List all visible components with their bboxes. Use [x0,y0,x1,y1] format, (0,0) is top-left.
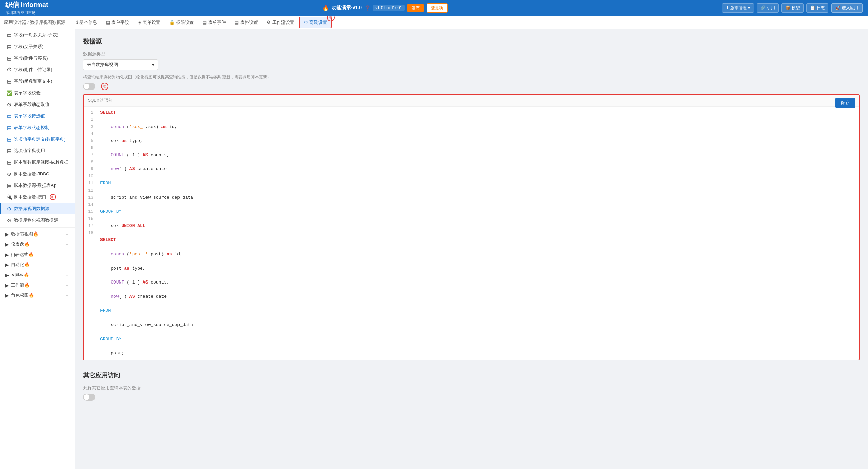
sidebar-item-state-control[interactable]: ▤ 表单字段状态控制 [0,122,75,133]
info-icon: ℹ [76,20,78,25]
table-icon: ▤ [6,136,12,142]
events-icon: ▤ [203,20,207,25]
sidebar-item-jdbc[interactable]: ⊙ 脚本数据源-JDBC [0,168,75,180]
plus-icon[interactable]: ＋ [65,262,69,268]
plus-icon[interactable]: ＋ [65,252,69,257]
tab-workflow-settings[interactable]: ⚙ 工作流设置 [263,17,298,28]
table-icon: ▤ [6,79,12,84]
table-icon: ▤ [235,20,239,25]
top-bar: 织信 Informat 深圳基石应用市场 🔥 功能演示-v1.0 ❓ v1.0 … [0,0,868,16]
sidebar-item-field-validate[interactable]: ✅ 表单字段校验 [0,87,75,99]
chevron-right-icon: ▶ [5,242,9,247]
other-toggle-row [83,394,860,401]
sidebar-group-data-view[interactable]: ▶ 数据表视图🔥 ＋ [0,229,75,239]
toggle-row: ③ [83,83,860,90]
table-icon: ▤ [6,113,12,119]
sidebar-item-attachment-sign[interactable]: ▤ 字段(附件与签名) [0,52,75,64]
chevron-right-icon: ▶ [5,262,9,268]
circle-icon: ⊙ [6,171,12,177]
sidebar-group-workflow[interactable]: ▶ 工作流🔥 ＋ [0,280,75,290]
help-icon[interactable]: ❓ [365,5,370,11]
other-section: 其它应用访问 允许其它应用查询本表的数据 [83,371,860,401]
table-icon: ▤ [6,55,12,61]
sidebar-item-dict-use[interactable]: ▤ 选项值字典使用 [0,145,75,157]
clock-icon: ⏱ [6,67,12,72]
top-bar-center: 🔥 功能演示-v1.0 ❓ v1.0 build1001 发布 变更项 [322,3,448,13]
logo-text: 织信 Informat [5,0,48,10]
circle-icon: ⊙ [6,217,12,223]
tab-form-events[interactable]: ▤ 表单事件 [199,17,230,28]
table-icon: ▤ [6,44,12,49]
sidebar-item-func-richtext[interactable]: ▤ 字段(函数和富文本) [0,76,75,87]
publish-button[interactable]: 发布 [407,4,424,12]
app-title: 功能演示-v1.0 [332,5,362,11]
tab-basic-info[interactable]: ℹ 基本信息 [72,17,101,28]
sidebar-item-parent-child[interactable]: ▤ 字段(父子关系) [0,41,75,52]
chevron-right-icon: ▶ [5,232,9,237]
plug-icon: 🔌 [6,194,12,200]
chevron-right-icon: ▶ [5,252,9,257]
model-button[interactable]: 📦 模型 [781,3,804,13]
circle-icon: ⊙ [6,206,12,211]
chevron-right-icon: ▶ [5,293,9,298]
workflow-icon: ⚙ [267,20,271,25]
sidebar-group-script[interactable]: ▶ ✕脚本🔥 ＋ [0,270,75,280]
sidebar-item-script-dep[interactable]: ▤ 脚本和数据库视图-依赖数据 [0,157,75,168]
other-toggle[interactable] [83,394,95,401]
other-hint: 允许其它应用查询本表的数据 [83,385,860,391]
lock-icon: 🔒 [169,20,175,25]
plus-icon[interactable]: ＋ [65,273,69,278]
sidebar-item-materialized-view[interactable]: ⊙ 数据库物化视图数据源 [0,214,75,226]
sidebar-group-automation[interactable]: ▶ 自动化🔥 ＋ [0,260,75,270]
main-content: 数据源 数据源类型 来自数据库视图 ▾ 将查询结果存储为物化视图（物化视图可以提… [75,29,868,469]
breadcrumb: 应用设计器 / 数据库视图数据源 [4,19,65,26]
tab-permissions[interactable]: 🔒 权限设置 [165,17,198,28]
secondary-nav: 应用设计器 / 数据库视图数据源 ℹ 基本信息 ▤ 表单字段 ◈ 表单设置 🔒 … [0,16,868,29]
table-icon: ▤ [6,148,12,153]
version-manage-button[interactable]: ⬆ 版本管理 ▾ [722,3,754,13]
sidebar-group-expression[interactable]: ▶ { }表达式🔥 ＋ [0,249,75,260]
sidebar-item-interface[interactable]: 🔌 脚本数据源-接口 ① [0,191,75,203]
annotation-3: ③ [101,83,108,90]
top-bar-right: ⬆ 版本管理 ▾ 🔗 引用 📦 模型 📋 日志 🚀 进入应用 [722,3,863,13]
sql-editor-container: SQL查询语句 保存 12345 678910 1112131415 16171… [83,94,860,360]
check-icon: ✅ [6,90,12,96]
sidebar-item-one-to-many[interactable]: ▤ 字段(一对多关系-子表) [0,29,75,41]
sidebar-item-pending-value[interactable]: ▤ 表单字段待选值 [0,110,75,122]
sidebar-group-dashboard[interactable]: ▶ 仪表盘🔥 ＋ [0,239,75,249]
tab-table-settings[interactable]: ▤ 表格设置 [231,17,262,28]
sidebar-item-db-view[interactable]: ⊙ 数据库视图数据源 [0,203,75,214]
datasource-type-label: 数据源类型 [83,51,860,57]
plus-icon[interactable]: ＋ [65,293,69,298]
datasource-type-select[interactable]: 来自数据库视图 ▾ [83,59,158,70]
sidebar-item-dict-define[interactable]: ▤ 选项值字典定义(数据字典) [0,133,75,145]
sidebar-group-role-permission[interactable]: ▶ 角色权限🔥 ＋ [0,290,75,301]
main-layout: ▤ 字段(一对多关系-子表) ▤ 字段(父子关系) ▤ 字段(附件与签名) ⏱ … [0,29,868,469]
change-button[interactable]: 变更项 [427,3,448,13]
tab-advanced-settings[interactable]: ⚙ 高级设置 ② [299,17,332,28]
model-icon: 📦 [785,5,790,10]
advanced-icon: ⚙ [304,20,308,25]
materialized-toggle[interactable] [83,83,95,90]
reference-button[interactable]: 🔗 引用 [757,3,779,13]
enter-app-button[interactable]: 🚀 进入应用 [831,3,863,13]
line-numbers: 12345 678910 1112131415 161718 [84,109,97,357]
chevron-right-icon: ▶ [5,273,9,278]
chevron-right-icon: ▶ [5,283,9,288]
plus-icon[interactable]: ＋ [65,232,69,237]
save-button[interactable]: 保存 [835,98,855,108]
settings-icon: ◈ [138,20,141,25]
tab-form-fields[interactable]: ▤ 表单字段 [102,17,133,28]
version-icon: ⬆ [726,5,729,10]
tab-form-settings[interactable]: ◈ 表单设置 [134,17,165,28]
sql-body: 12345 678910 1112131415 161718 SELECT co… [84,107,859,360]
sidebar-item-table-api[interactable]: ▤ 脚本数据源-数据表Api [0,180,75,191]
sql-code[interactable]: SELECT concat('sex_',sex) as id, sex as … [97,109,859,357]
log-button[interactable]: 📋 日志 [806,3,828,13]
table-icon: ▤ [6,32,12,38]
plus-icon[interactable]: ＋ [65,242,69,247]
sidebar-item-attachment-upload[interactable]: ⏱ 字段(附件上传记录) [0,64,75,76]
sidebar-item-dynamic-value[interactable]: ⊙ 表单字段动态取值 [0,99,75,110]
annotation-1: ① [50,194,56,200]
plus-icon[interactable]: ＋ [65,283,69,288]
